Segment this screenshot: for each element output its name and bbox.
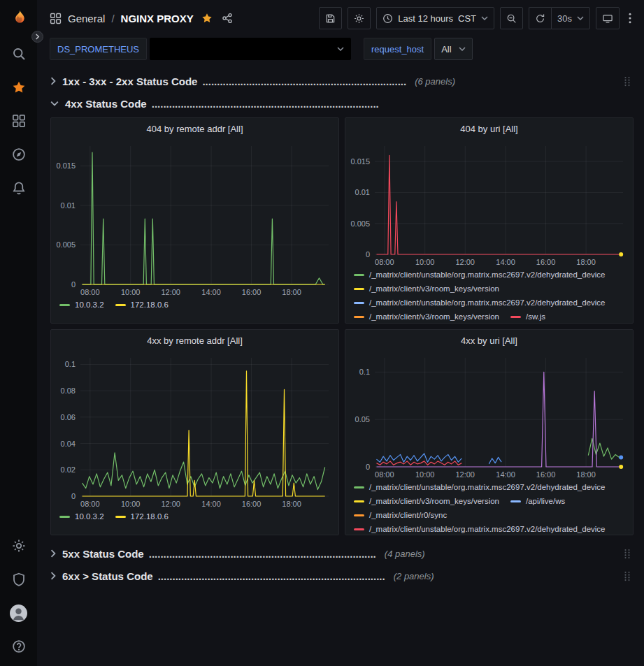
starred-icon[interactable] bbox=[3, 71, 34, 104]
timeseries-chart[interactable]: 08:0010:0012:0014:0016:0018:0000.0050.01… bbox=[345, 139, 633, 268]
legend-series-label: /_matrix/client/r0/sync bbox=[369, 510, 447, 520]
legend-item[interactable]: 10.0.3.2 bbox=[59, 512, 104, 521]
legend-series-marker bbox=[354, 514, 364, 516]
user-avatar[interactable] bbox=[3, 596, 34, 630]
panel-title[interactable]: 404 by uri [All] bbox=[345, 118, 633, 139]
legend-item[interactable]: /_matrix/client/v3/room_keys/version bbox=[354, 284, 499, 294]
svg-text:18:00: 18:00 bbox=[282, 288, 301, 296]
dashboard-toolbar: Last 12 hours CST 30s bbox=[319, 7, 635, 29]
datasource-select[interactable] bbox=[150, 38, 351, 60]
svg-text:0.08: 0.08 bbox=[61, 386, 76, 395]
row-1xx-3xx-2xx-status-code[interactable]: 1xx - 3xx - 2xx Status Code ............… bbox=[50, 71, 634, 91]
legend-series-label: 172.18.0.6 bbox=[131, 512, 169, 521]
configuration-gear-icon[interactable] bbox=[3, 529, 34, 563]
row-drag-handle[interactable] bbox=[621, 570, 634, 583]
legend-item[interactable]: 172.18.0.6 bbox=[115, 300, 169, 310]
svg-text:10:00: 10:00 bbox=[121, 500, 141, 508]
request-host-select[interactable]: All bbox=[434, 38, 472, 60]
main-area: General / NGINX PROXY La bbox=[37, 0, 644, 666]
legend-item[interactable]: 172.18.0.6 bbox=[115, 512, 169, 521]
time-range-label: Last 12 hours bbox=[398, 13, 453, 24]
panel-title[interactable]: 4xx by uri [All] bbox=[345, 330, 633, 351]
svg-text:0.01: 0.01 bbox=[355, 188, 370, 196]
refresh-interval-label: 30s bbox=[557, 13, 572, 24]
row-drag-handle[interactable] bbox=[621, 75, 634, 88]
svg-text:0.015: 0.015 bbox=[56, 161, 76, 170]
timeseries-chart[interactable]: 08:0010:0012:0014:0016:0018:0000.0050.01… bbox=[51, 139, 338, 298]
legend-series-label: 172.18.0.6 bbox=[131, 300, 169, 310]
legend-item[interactable]: /_matrix/client/unstable/org.matrix.msc2… bbox=[354, 270, 606, 280]
legend-item[interactable]: /_matrix/client/v3/room_keys/version bbox=[354, 496, 499, 506]
chevron-down-icon bbox=[459, 47, 466, 51]
row-5xx-status-code[interactable]: 5xx Status Code ........................… bbox=[50, 544, 634, 563]
dashboards-icon[interactable] bbox=[3, 104, 34, 138]
time-range-picker[interactable]: Last 12 hours CST bbox=[376, 7, 494, 29]
apps-grid-icon[interactable] bbox=[50, 13, 62, 24]
refresh-interval-picker[interactable]: 30s bbox=[551, 7, 590, 29]
server-admin-shield-icon[interactable] bbox=[3, 563, 34, 596]
legend-series-label: /_matrix/client/unstable/org.matrix.msc2… bbox=[369, 270, 606, 280]
row-dots-leader: ........................................… bbox=[152, 98, 379, 110]
legend-series-label: /_matrix/client/unstable/org.matrix.msc2… bbox=[369, 524, 606, 534]
explore-compass-icon[interactable] bbox=[3, 138, 34, 171]
svg-text:12:00: 12:00 bbox=[161, 288, 180, 296]
save-dashboard-button[interactable] bbox=[319, 7, 342, 29]
sidebar bbox=[0, 0, 37, 666]
timezone-label: CST bbox=[458, 13, 476, 24]
legend-item[interactable]: /sw.js bbox=[510, 312, 545, 321]
zoom-out-button[interactable] bbox=[500, 7, 523, 29]
refresh-controls: 30s bbox=[529, 7, 590, 29]
panel-title[interactable]: 404 by remote addr [All] bbox=[51, 118, 338, 139]
legend-item[interactable]: /_matrix/client/v3/room_keys/version bbox=[354, 312, 499, 321]
legend-item[interactable]: /_matrix/client/unstable/org.matrix.msc2… bbox=[354, 298, 606, 307]
gear-icon bbox=[354, 13, 364, 24]
legend-series-marker bbox=[354, 528, 364, 530]
dashboard-settings-button[interactable] bbox=[348, 7, 371, 29]
legend-item[interactable]: /_matrix/client/r0/sync bbox=[354, 510, 447, 520]
request-host-value: All bbox=[441, 44, 451, 55]
legend-item[interactable]: /_matrix/client/unstable/org.matrix.msc2… bbox=[354, 482, 606, 492]
legend-item[interactable]: /api/live/ws bbox=[510, 496, 565, 506]
favorite-star-icon[interactable] bbox=[201, 13, 213, 24]
more-options-button[interactable] bbox=[625, 7, 635, 29]
timeseries-chart[interactable]: 08:0010:0012:0014:0016:0018:0000.020.040… bbox=[51, 351, 338, 510]
svg-text:10:00: 10:00 bbox=[415, 470, 435, 479]
legend-item[interactable]: 10.0.3.2 bbox=[59, 300, 104, 310]
timeseries-chart[interactable]: 08:0010:0012:0014:0016:0018:0000.050.1 bbox=[345, 351, 633, 481]
svg-text:08:00: 08:00 bbox=[375, 258, 394, 266]
panel-title[interactable]: 4xx by remote addr [All] bbox=[51, 330, 338, 351]
svg-text:14:00: 14:00 bbox=[496, 258, 515, 266]
svg-text:18:00: 18:00 bbox=[576, 470, 596, 479]
row-dots-leader: ........................................… bbox=[158, 570, 385, 582]
sidebar-expand-button[interactable] bbox=[31, 31, 43, 43]
svg-text:0.01: 0.01 bbox=[61, 201, 76, 210]
breadcrumb-section[interactable]: General bbox=[68, 13, 105, 24]
svg-text:14:00: 14:00 bbox=[496, 470, 515, 479]
help-icon[interactable] bbox=[3, 630, 34, 663]
search-icon[interactable] bbox=[3, 37, 34, 71]
panel-grid-4xx: 404 by remote addr [All] 08:0010:0012:00… bbox=[50, 117, 634, 535]
row-dots-leader: ........................................… bbox=[149, 548, 376, 560]
legend-series-marker bbox=[59, 516, 70, 518]
legend-item[interactable]: /_matrix/client/unstable/org.matrix.msc2… bbox=[354, 524, 606, 534]
variable-label-datasource: DS_PROMETHEUS bbox=[50, 38, 147, 60]
svg-text:0.04: 0.04 bbox=[61, 440, 76, 448]
refresh-button[interactable] bbox=[529, 7, 551, 29]
variable-request-host: request_host All bbox=[364, 38, 473, 60]
row-4xx-status-code[interactable]: 4xx Status Code ........................… bbox=[50, 94, 634, 113]
legend-series-label: 10.0.3.2 bbox=[75, 300, 104, 310]
row-drag-handle[interactable] bbox=[621, 547, 634, 560]
share-icon[interactable] bbox=[222, 13, 233, 24]
chevron-down-icon bbox=[577, 16, 584, 20]
svg-text:0.02: 0.02 bbox=[61, 465, 76, 474]
chart-legend: /_matrix/client/unstable/org.matrix.msc2… bbox=[345, 268, 633, 324]
svg-text:0.015: 0.015 bbox=[350, 157, 370, 166]
alerting-bell-icon[interactable] bbox=[3, 171, 34, 205]
breadcrumb-title[interactable]: NGINX PROXY bbox=[121, 13, 194, 24]
tv-mode-button[interactable] bbox=[596, 7, 620, 29]
zoom-out-icon bbox=[506, 13, 517, 24]
avatar bbox=[10, 605, 27, 622]
grafana-logo[interactable] bbox=[0, 0, 37, 37]
row-6xx-status-code[interactable]: 6xx > Status Code ......................… bbox=[50, 566, 634, 586]
svg-text:0.05: 0.05 bbox=[355, 415, 370, 424]
